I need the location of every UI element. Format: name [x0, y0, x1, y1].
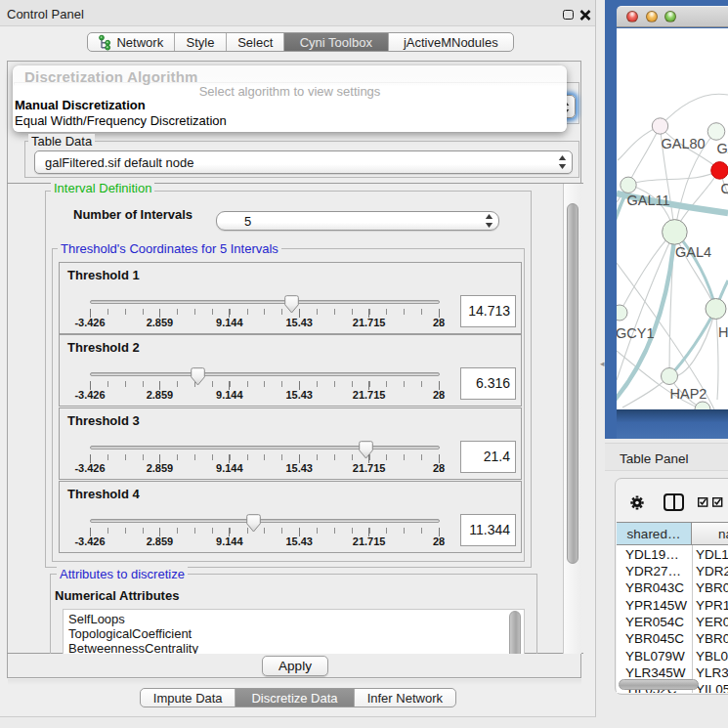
svg-text:GCY1: GCY1 — [617, 325, 655, 341]
svg-text:GAL4: GAL4 — [675, 244, 711, 260]
svg-text:H: H — [718, 324, 728, 340]
svg-text:GAL11: GAL11 — [627, 193, 670, 208]
svg-text:GAL80: GAL80 — [662, 136, 706, 151]
svg-text:C: C — [721, 181, 728, 196]
svg-text:GA: GA — [717, 141, 728, 156]
svg-text:HAP2: HAP2 — [670, 386, 707, 402]
